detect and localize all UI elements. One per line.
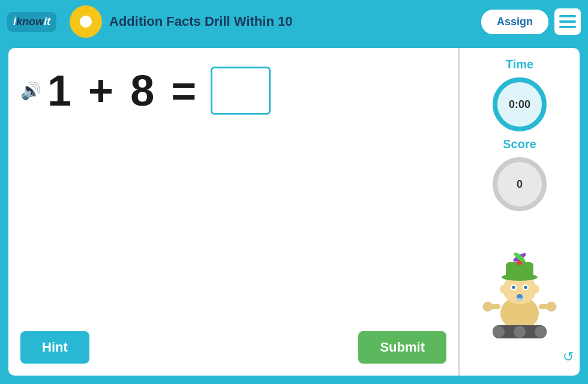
nav-arrow-area: ↺ (466, 349, 574, 366)
svg-rect-20 (517, 298, 523, 301)
logo-text-know: know (16, 16, 44, 28)
robot-area (481, 217, 559, 343)
svg-point-6 (483, 302, 493, 311)
lesson-title: Addition Facts Drill Within 10 (109, 14, 474, 29)
menu-line-2 (559, 20, 576, 23)
assign-button[interactable]: Assign (481, 10, 548, 34)
number1: 1 (47, 67, 74, 115)
bottom-buttons: Hint Submit (20, 331, 446, 364)
score-label: Score (503, 137, 536, 151)
right-panel: Time 0:00 Score 0 (460, 48, 580, 376)
header-right: Assign (481, 8, 581, 35)
question-row: 🔊 1 + 8 = (20, 66, 446, 115)
time-label: Time (506, 58, 533, 71)
time-value: 0:00 (509, 98, 530, 111)
time-gauge: 0:00 (493, 77, 547, 131)
question-text: 1 + 8 = (47, 66, 199, 115)
menu-line-3 (559, 26, 576, 28)
answer-input-box[interactable] (211, 67, 271, 115)
svg-point-18 (524, 286, 527, 289)
svg-point-4 (535, 326, 547, 338)
main-area: 🔊 1 + 8 = Hint Submit Time 0:00 Score 0 (0, 43, 588, 384)
menu-button[interactable] (554, 8, 581, 35)
svg-point-21 (500, 285, 506, 293)
score-value: 0 (517, 178, 523, 191)
content-area: 🔊 1 + 8 = Hint Submit (8, 48, 460, 376)
next-arrow-icon[interactable]: ↺ (563, 349, 574, 365)
menu-line-1 (559, 15, 576, 17)
activity-icon-inner (80, 16, 92, 28)
operator: + (88, 67, 116, 115)
score-gauge: 0 (493, 157, 547, 211)
svg-point-2 (493, 326, 505, 338)
logo: i know it (7, 12, 56, 32)
submit-button[interactable]: Submit (358, 331, 446, 364)
logo-text-it: it (44, 16, 50, 28)
svg-point-22 (533, 285, 539, 293)
hint-button[interactable]: Hint (20, 331, 89, 364)
equals: = (171, 67, 199, 115)
header: i know it Addition Facts Drill Within 10… (0, 0, 588, 43)
speaker-icon[interactable]: 🔊 (20, 81, 41, 101)
svg-point-8 (547, 302, 556, 311)
activity-icon (70, 5, 102, 38)
svg-point-17 (512, 286, 515, 289)
number2: 8 (130, 67, 157, 115)
svg-point-3 (514, 326, 526, 338)
robot-character (481, 244, 559, 340)
